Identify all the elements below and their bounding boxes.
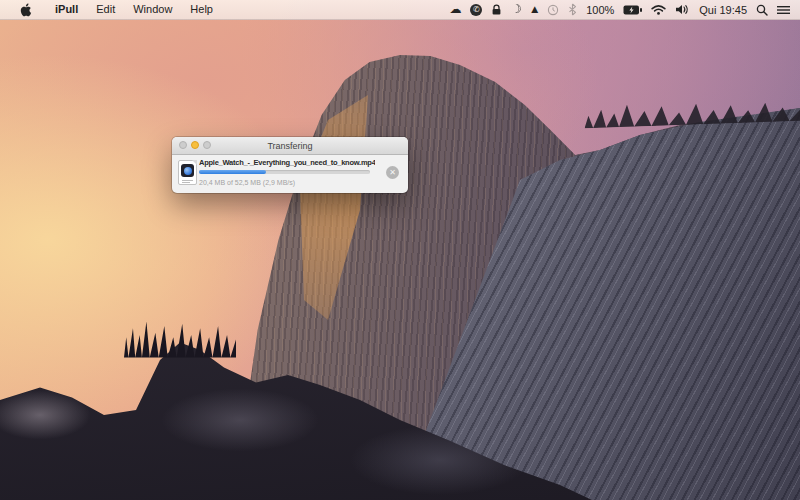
menu-bar-left: iPull Edit Window Help [0, 0, 222, 19]
traffic-lights [179, 141, 211, 149]
menu-bar-clock[interactable]: Qui 19:45 [699, 0, 747, 19]
transfer-progress-fill [199, 170, 266, 174]
padlock-icon[interactable] [491, 0, 502, 19]
cloud-icon[interactable]: ☁ [449, 0, 461, 19]
bluetooth-icon[interactable] [568, 0, 577, 19]
drive-triangle-icon[interactable]: ▲ [531, 0, 538, 19]
moon-icon[interactable]: ☾ [511, 0, 522, 19]
icon-text-line [182, 180, 193, 181]
transfer-filename: Apple_Watch_-_Everything_you_need_to_kno… [199, 158, 375, 167]
apple-menu[interactable] [11, 3, 42, 17]
window-title: Transfering [267, 141, 312, 151]
zoom-button[interactable] [203, 141, 211, 149]
transfer-status-text: 20,4 MB of 52,5 MB (2,9 MB/s) [199, 179, 295, 186]
phone-circle-icon[interactable]: ✆ [470, 0, 482, 19]
transfer-progress-bar [199, 170, 370, 174]
minimize-button[interactable] [191, 141, 199, 149]
phone-glyph: ✆ [470, 4, 482, 16]
close-button[interactable] [179, 141, 187, 149]
window-titlebar[interactable]: Transfering [172, 137, 408, 155]
time-machine-clock-icon[interactable] [547, 0, 559, 19]
notification-center-icon[interactable] [777, 0, 790, 19]
quicktime-badge-icon [181, 164, 194, 177]
menu-item-window[interactable]: Window [124, 0, 181, 19]
menu-bar: iPull Edit Window Help ☁ ✆ ☾ ▲ 100% Qui … [0, 0, 800, 20]
menu-item-edit[interactable]: Edit [87, 0, 124, 19]
menu-item-ipull[interactable]: iPull [46, 0, 87, 19]
transfer-window: Transfering Apple_Watch_-_Everything_you… [172, 137, 408, 193]
wifi-icon[interactable] [651, 0, 666, 19]
battery-percent-label: 100% [586, 0, 614, 19]
transfer-list: Apple_Watch_-_Everything_you_need_to_kno… [172, 155, 408, 193]
menu-bar-status-area: ☁ ✆ ☾ ▲ 100% Qui 19:45 [449, 0, 800, 19]
apple-logo-icon [20, 3, 32, 17]
cancel-transfer-button[interactable]: ✕ [386, 166, 399, 179]
mp4-file-icon [178, 160, 197, 185]
spotlight-search-icon[interactable] [756, 0, 768, 19]
volume-icon[interactable] [675, 0, 690, 19]
battery-charging-icon[interactable] [623, 0, 642, 19]
menu-item-help[interactable]: Help [181, 0, 222, 19]
icon-text-line [182, 182, 190, 183]
quicktime-q-icon [184, 167, 192, 175]
